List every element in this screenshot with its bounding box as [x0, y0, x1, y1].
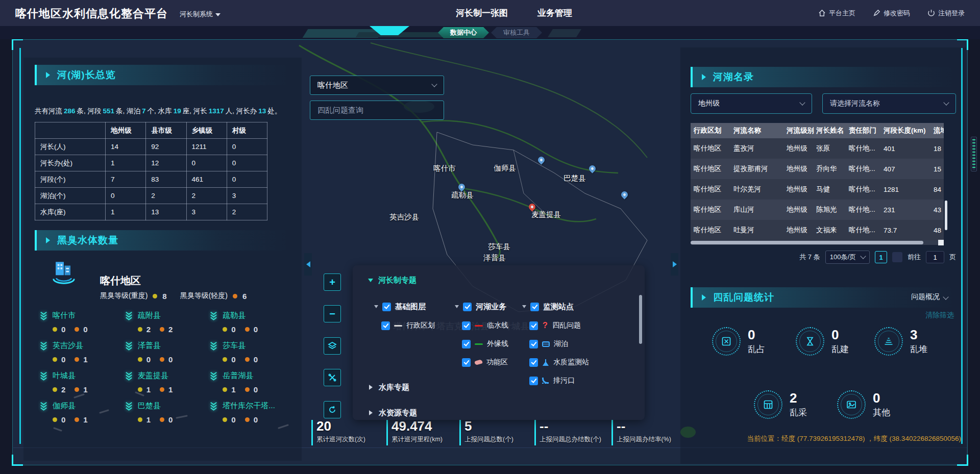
layer-group-header[interactable]: 基础图层: [374, 297, 451, 316]
county-item[interactable]: 英吉沙县 0 1: [39, 341, 124, 364]
left-panel: 河(湖)长总览 共有河流286条, 河段551条, 湖泊7个, 水库19座, 河…: [23, 58, 302, 461]
user-link[interactable]: 平台主页: [818, 9, 855, 18]
arrow-right-icon: [46, 72, 50, 78]
checkbox[interactable]: [529, 358, 538, 367]
checkbox[interactable]: [462, 358, 471, 367]
county-item[interactable]: 塔什库尔干塔... 0 0: [209, 401, 294, 424]
county-item[interactable]: 泽普县 0 0: [124, 341, 209, 364]
layer-group-stations: 监测站点 四乱问题 湖泊 水质监测站 排污口: [522, 297, 624, 390]
tab[interactable]: 审核工具: [491, 27, 542, 38]
checkbox[interactable]: [529, 321, 538, 330]
table-row[interactable]: 喀什地区 吐曼河 地州级 文福来 喀什地... 73.7 48: [691, 220, 944, 240]
layer-panel-title[interactable]: 河长制专题: [368, 276, 416, 285]
stat-ring: [837, 390, 866, 419]
nav-item[interactable]: 业务管理: [537, 7, 572, 19]
caret-down-icon: [374, 305, 378, 308]
stat-ring: [754, 390, 782, 419]
vertical-scrollbar[interactable]: [945, 201, 947, 230]
table-row[interactable]: 喀什地区 盖孜河 地州级 张原 喀什地... 401 18: [691, 138, 944, 159]
map-problem-search-input[interactable]: 四乱问题查询: [310, 101, 444, 120]
frame-corner: [957, 39, 968, 50]
layer-item[interactable]: 湖泊: [522, 335, 624, 353]
county-item[interactable]: 巴楚县 1 0: [124, 401, 209, 424]
map-legend-widget[interactable]: [971, 137, 977, 171]
arrow-right-icon: [702, 294, 706, 301]
layer-swatch-icon: [474, 359, 483, 365]
theme-row[interactable]: 水库专题: [369, 375, 417, 400]
chevron-down-icon: [431, 81, 437, 87]
county-grid: 喀什市 0 0 疏附县: [39, 311, 294, 424]
checkbox[interactable]: [381, 321, 390, 330]
horizontal-scrollbar[interactable]: [691, 240, 944, 245]
county-item[interactable]: 喀什市 0 0: [39, 311, 124, 334]
county-item[interactable]: 伽师县 0 1: [39, 401, 124, 424]
chevron-down-icon: [943, 99, 949, 105]
layer-item[interactable]: 外缘线: [455, 335, 526, 353]
clear-filter-link[interactable]: 清除筛选: [925, 311, 954, 320]
caret-right-icon: [369, 385, 373, 390]
goto-page-input[interactable]: 1: [926, 251, 944, 263]
zoom-in-button[interactable]: +: [324, 273, 341, 291]
layer-item[interactable]: 排污口: [522, 371, 624, 390]
checkbox[interactable]: [529, 377, 538, 385]
county-emblem-icon: [39, 311, 48, 320]
layer-group-header[interactable]: 河湖业务: [455, 297, 526, 316]
county-item[interactable]: 岳普湖县 1 0: [209, 371, 294, 394]
collapse-right-arrow[interactable]: [671, 253, 678, 276]
county-emblem-icon: [39, 401, 48, 411]
severe-dot-icon: [53, 387, 57, 392]
layer-item[interactable]: 行政区划: [374, 316, 451, 335]
river-name-select[interactable]: 请选择河流名称: [822, 93, 956, 114]
page-size-select[interactable]: 100条/页: [825, 251, 870, 264]
table-row[interactable]: 喀什地区 叶尔羌河 地州级 马健 喀什地... 1281 84: [691, 179, 944, 199]
severe-dot-icon: [223, 417, 227, 422]
overview-table: 地州级 县市级 乡镇级 村级 河长(人) 14 92 1211 0 河长办(处)…: [35, 122, 267, 220]
light-dot-icon: [245, 357, 250, 362]
overview-section-header: 河(湖)长总览: [35, 65, 290, 85]
nav-item[interactable]: 河长制一张图: [456, 7, 508, 19]
county-item[interactable]: 叶城县 2 1: [39, 371, 124, 394]
layer-item[interactable]: 功能区: [455, 353, 526, 371]
zoom-out-button[interactable]: −: [324, 305, 341, 322]
county-emblem-icon: [124, 401, 134, 411]
checkbox[interactable]: [530, 303, 539, 311]
theme-row[interactable]: 水资源专题: [369, 400, 417, 420]
county-item[interactable]: 疏勒县 0 0: [209, 311, 294, 334]
problem-stat: 0 乱占: [712, 327, 765, 356]
user-link[interactable]: 注销登录: [927, 9, 965, 18]
layer-item[interactable]: 水质监测站: [522, 353, 624, 371]
severe-dot-icon: [53, 327, 57, 332]
checkbox[interactable]: [462, 340, 471, 348]
county-item[interactable]: 麦盖提县 1 1: [124, 371, 209, 394]
layer-item[interactable]: 四乱问题: [522, 316, 624, 335]
measure-tool-button[interactable]: [324, 369, 341, 386]
checkbox[interactable]: [529, 340, 538, 348]
layer-item[interactable]: 临水线: [455, 316, 526, 335]
county-item[interactable]: 疏附县 2 2: [124, 311, 209, 334]
system-select[interactable]: 河长制系统: [180, 10, 220, 19]
collapse-left-arrow[interactable]: [304, 253, 312, 276]
county-item[interactable]: 莎车县 0 0: [209, 341, 294, 364]
current-page-button[interactable]: 1: [875, 251, 887, 263]
layers-button[interactable]: [324, 337, 341, 355]
refresh-button[interactable]: [324, 401, 341, 418]
checkbox[interactable]: [462, 321, 471, 330]
map-city-label: 莎车县: [488, 242, 510, 252]
checkbox[interactable]: [382, 303, 391, 311]
layer-panel-scrollbar[interactable]: [639, 295, 642, 344]
arrow-right-icon: [46, 237, 50, 243]
user-link[interactable]: 修改密码: [873, 9, 910, 18]
map-stat: -- 上报问题办结率(%): [611, 419, 671, 444]
layer-group-base: 基础图层 行政区划: [374, 297, 451, 335]
layer-group-header[interactable]: 监测站点: [522, 297, 624, 316]
problem-overview-select[interactable]: 问题概况: [911, 292, 948, 302]
pager-extra-button[interactable]: [892, 252, 902, 262]
level-select[interactable]: 地州级: [691, 93, 812, 114]
tab[interactable]: 数据中心: [438, 27, 489, 38]
map-region-select[interactable]: 喀什地区: [310, 76, 444, 95]
checkbox[interactable]: [463, 303, 472, 311]
county-emblem-icon: [209, 341, 218, 351]
chevron-down-icon: [215, 13, 220, 16]
table-row[interactable]: 喀什地区 库山河 地州级 陈旭光 喀什地... 231 43: [691, 199, 944, 220]
table-row[interactable]: 喀什地区 提孜那甫河 地州级 乔向华 喀什地... 407 15: [691, 159, 944, 179]
